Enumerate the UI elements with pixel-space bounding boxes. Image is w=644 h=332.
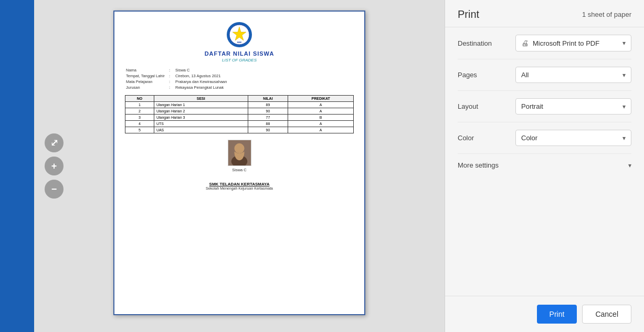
- col-nilai: NILAI: [248, 96, 288, 102]
- expand-button[interactable]: ⤢: [45, 133, 64, 152]
- preview-area: ⤢ + − SMK DAFTAR NILAI SISWA LIST OF GRA…: [34, 0, 445, 332]
- col-predikat: PREDIKAT: [288, 96, 354, 102]
- col-sesi: SESI: [154, 96, 248, 102]
- jurusan-label: Jurusan: [126, 85, 168, 90]
- svg-text:SMK: SMK: [237, 41, 242, 44]
- color-control: Color ▾: [515, 130, 631, 146]
- table-row: 3 Ulangan Harian 3 77 B: [125, 115, 354, 121]
- pages-value: All: [521, 71, 529, 79]
- layout-select[interactable]: Portrait ▾: [515, 98, 631, 115]
- jurusan-value: Rekayasa Perangkat Lunak: [175, 85, 353, 90]
- print-title: Print: [458, 8, 479, 20]
- pages-select[interactable]: All ▾: [515, 67, 631, 83]
- pages-row: Pages All ▾: [458, 59, 631, 91]
- row-nilai: 77: [248, 115, 288, 121]
- row-no: 4: [125, 121, 154, 127]
- table-row: 5 UAS 90 A: [125, 127, 354, 133]
- school-logo: SMK: [227, 22, 252, 47]
- layout-row: Layout Portrait ▾: [458, 91, 631, 122]
- ttl-value: Cirebon, 13 Agustus 2021: [175, 74, 353, 78]
- school-fullname: Sekolah Menengah Kejuruan Kertasmata: [206, 186, 273, 190]
- row-predikat: A: [288, 121, 354, 127]
- print-footer: Print Cancel: [445, 296, 644, 332]
- student-photo: [228, 140, 251, 166]
- row-no: 5: [125, 127, 154, 133]
- view-controls: ⤢ + −: [45, 133, 64, 199]
- mapel-value: Prakarya dan Kewirausahaan: [175, 79, 353, 84]
- color-value: Color: [521, 134, 537, 142]
- print-panel: Print 1 sheet of paper Destination 🖨 Mic…: [445, 0, 644, 332]
- print-settings: Destination 🖨 Microsoft Print to PDF ▾ P…: [445, 27, 644, 296]
- printer-icon: 🖨: [521, 39, 529, 47]
- color-label: Color: [458, 134, 515, 142]
- row-nilai: 90: [248, 127, 288, 133]
- nama-value: Siswa C: [175, 68, 353, 72]
- zoom-in-button[interactable]: +: [45, 157, 64, 175]
- pages-chevron-icon: ▾: [622, 71, 626, 79]
- row-no: 1: [125, 102, 154, 108]
- row-nilai: 90: [248, 108, 288, 115]
- row-no: 2: [125, 108, 154, 115]
- color-select[interactable]: Color ▾: [515, 130, 631, 146]
- destination-control: 🖨 Microsoft Print to PDF ▾: [515, 35, 631, 51]
- mapel-label: Mata Pelajaran: [126, 79, 168, 84]
- row-nilai: 89: [248, 102, 288, 108]
- pages-control: All ▾: [515, 67, 631, 83]
- destination-value: Microsoft Print to PDF: [533, 39, 599, 47]
- layout-control: Portrait ▾: [515, 98, 631, 115]
- layout-label: Layout: [458, 102, 515, 110]
- row-predikat: B: [288, 115, 354, 121]
- more-settings-chevron-icon: ▾: [628, 162, 631, 169]
- row-sesi: Ulangan Harian 3: [154, 115, 248, 121]
- destination-label: Destination: [458, 39, 515, 47]
- doc-title: DAFTAR NILAI SISWA: [205, 50, 275, 57]
- svg-point-4: [234, 143, 244, 153]
- row-nilai: 88: [248, 121, 288, 127]
- col-no: NO: [125, 96, 154, 102]
- row-no: 3: [125, 115, 154, 121]
- destination-row: Destination 🖨 Microsoft Print to PDF ▾: [458, 27, 631, 59]
- table-row: 2 Ulangan Harian 2 90 A: [125, 108, 354, 115]
- more-settings-row[interactable]: More settings ▾: [458, 154, 631, 177]
- nama-label: Nama: [126, 68, 168, 72]
- pages-label: Pages: [458, 71, 515, 79]
- doc-subtitle: LIST OF GRADES: [222, 58, 257, 63]
- destination-select[interactable]: 🖨 Microsoft Print to PDF ▾: [515, 35, 631, 51]
- more-settings-label: More settings: [458, 161, 499, 169]
- print-header: Print 1 sheet of paper: [445, 0, 644, 27]
- grades-table: NO SESI NILAI PREDIKAT 1 Ulangan Harian …: [125, 95, 354, 133]
- color-row: Color Color ▾: [458, 122, 631, 154]
- destination-chevron-icon: ▾: [622, 39, 626, 47]
- cancel-button[interactable]: Cancel: [582, 305, 631, 324]
- student-name-label: Siswa C: [232, 168, 247, 172]
- print-button[interactable]: Print: [537, 305, 577, 324]
- left-sidebar: [0, 0, 34, 332]
- info-table: Nama : Siswa C Tempat, Tanggal Lahir : C…: [125, 67, 354, 91]
- layout-value: Portrait: [521, 102, 543, 110]
- student-photo-area: Siswa C: [228, 140, 251, 172]
- table-row: 1 Ulangan Harian 1 89 A: [125, 102, 354, 108]
- row-sesi: UTS: [154, 121, 248, 127]
- color-chevron-icon: ▾: [622, 134, 626, 142]
- school-footer: SMK TELADAN KERTASMAYA Sekolah Menengah …: [206, 182, 273, 190]
- school-name: SMK TELADAN KERTASMAYA: [206, 182, 273, 186]
- row-predikat: A: [288, 127, 354, 133]
- sheet-count: 1 sheet of paper: [582, 11, 631, 18]
- layout-chevron-icon: ▾: [622, 103, 626, 110]
- zoom-out-button[interactable]: −: [45, 180, 64, 199]
- row-sesi: UAS: [154, 127, 248, 133]
- page-preview: SMK DAFTAR NILAI SISWA LIST OF GRADES Na…: [113, 11, 365, 315]
- row-sesi: Ulangan Harian 1: [154, 102, 248, 108]
- row-predikat: A: [288, 102, 354, 108]
- ttl-label: Tempat, Tanggal Lahir: [126, 74, 168, 78]
- table-row: 4 UTS 88 A: [125, 121, 354, 127]
- row-predikat: A: [288, 108, 354, 115]
- row-sesi: Ulangan Harian 2: [154, 108, 248, 115]
